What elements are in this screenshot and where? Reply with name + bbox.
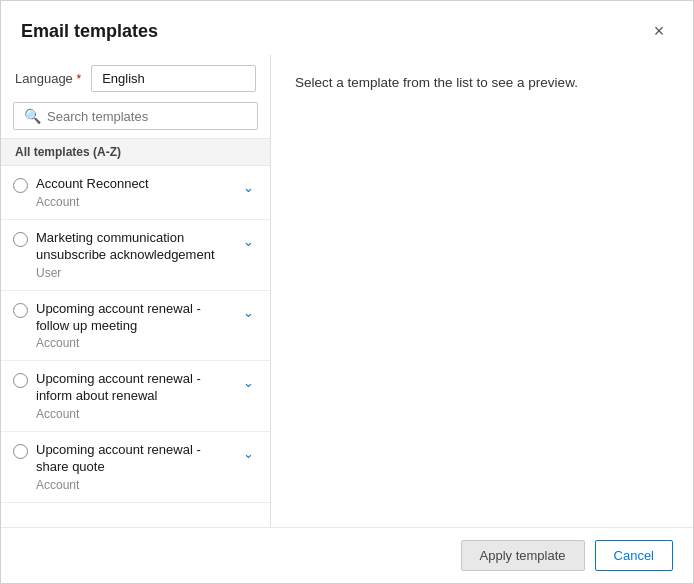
template-radio-4[interactable] — [13, 373, 28, 388]
close-icon: × — [654, 21, 665, 42]
language-row: Language * English French German Spanish — [1, 55, 270, 102]
language-select-wrapper: English French German Spanish — [91, 65, 256, 92]
template-name-4: Upcoming account renewal - inform about … — [36, 371, 231, 405]
template-info-3: Upcoming account renewal - follow up mee… — [36, 301, 231, 351]
template-radio-1[interactable] — [13, 178, 28, 193]
template-info-2: Marketing communication unsubscribe ackn… — [36, 230, 231, 280]
template-info-5: Upcoming account renewal - share quote A… — [36, 442, 231, 492]
chevron-down-icon-5[interactable]: ⌄ — [239, 444, 258, 463]
language-select[interactable]: English French German Spanish — [91, 65, 256, 92]
dialog-title: Email templates — [21, 21, 158, 42]
template-radio-3[interactable] — [13, 303, 28, 318]
template-category-3: Account — [36, 336, 231, 350]
template-radio-5[interactable] — [13, 444, 28, 459]
chevron-down-icon-4[interactable]: ⌄ — [239, 373, 258, 392]
template-info-1: Account Reconnect Account — [36, 176, 231, 209]
required-star: * — [76, 72, 81, 86]
chevron-down-icon-3[interactable]: ⌄ — [239, 303, 258, 322]
template-name-5: Upcoming account renewal - share quote — [36, 442, 231, 476]
template-category-1: Account — [36, 195, 231, 209]
search-icon: 🔍 — [24, 108, 41, 124]
template-category-2: User — [36, 266, 231, 280]
templates-section-header: All templates (A-Z) — [1, 138, 270, 166]
left-panel: Language * English French German Spanish… — [1, 55, 271, 527]
chevron-down-icon-1[interactable]: ⌄ — [239, 178, 258, 197]
right-panel: Select a template from the list to see a… — [271, 55, 693, 527]
list-item[interactable]: Account Reconnect Account ⌄ — [1, 166, 270, 220]
apply-template-button[interactable]: Apply template — [461, 540, 585, 571]
search-input[interactable] — [47, 109, 247, 124]
close-button[interactable]: × — [645, 17, 673, 45]
template-radio-2[interactable] — [13, 232, 28, 247]
dialog-body: Language * English French German Spanish… — [1, 55, 693, 527]
dialog-header: Email templates × — [1, 1, 693, 55]
template-list: Account Reconnect Account ⌄ Marketing co… — [1, 166, 270, 527]
cancel-button[interactable]: Cancel — [595, 540, 673, 571]
template-category-5: Account — [36, 478, 231, 492]
list-item[interactable]: Upcoming account renewal - share quote A… — [1, 432, 270, 503]
template-name-3: Upcoming account renewal - follow up mee… — [36, 301, 231, 335]
template-info-4: Upcoming account renewal - inform about … — [36, 371, 231, 421]
language-label: Language * — [15, 71, 83, 86]
dialog-footer: Apply template Cancel — [1, 527, 693, 583]
search-box: 🔍 — [13, 102, 258, 130]
template-category-4: Account — [36, 407, 231, 421]
list-item[interactable]: Upcoming account renewal - inform about … — [1, 361, 270, 432]
email-templates-dialog: Email templates × Language * English Fre… — [0, 0, 694, 584]
template-name-2: Marketing communication unsubscribe ackn… — [36, 230, 231, 264]
list-item[interactable]: Marketing communication unsubscribe ackn… — [1, 220, 270, 291]
list-item[interactable]: Upcoming account renewal - follow up mee… — [1, 291, 270, 362]
preview-hint: Select a template from the list to see a… — [295, 75, 669, 90]
chevron-down-icon-2[interactable]: ⌄ — [239, 232, 258, 251]
template-name-1: Account Reconnect — [36, 176, 231, 193]
